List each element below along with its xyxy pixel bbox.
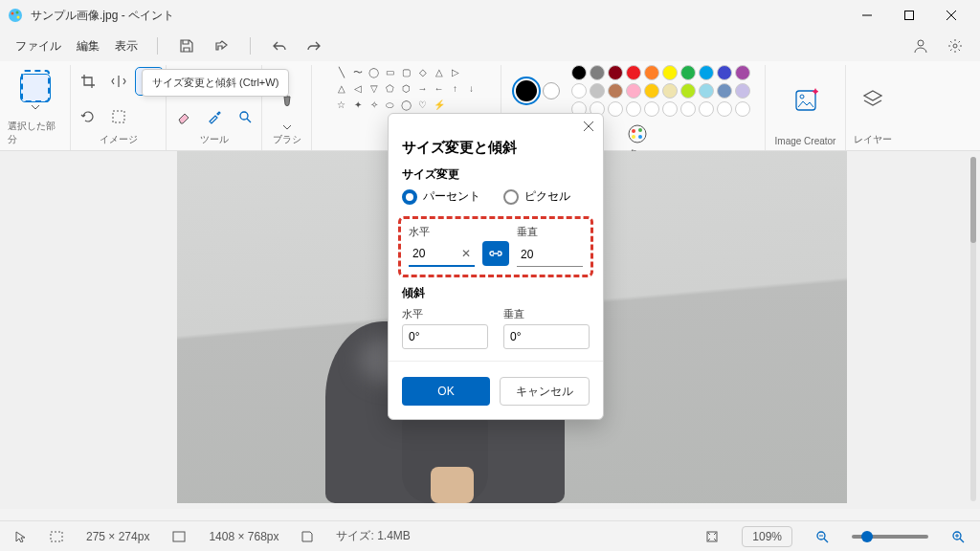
- svg-point-0: [9, 9, 22, 22]
- palette-swatch[interactable]: [699, 101, 714, 117]
- disk-icon: [301, 531, 313, 542]
- group-tools-label: ツール: [200, 133, 229, 150]
- palette-swatch[interactable]: [717, 101, 732, 117]
- menu-view[interactable]: 表示: [115, 38, 138, 55]
- menu-file[interactable]: ファイル: [15, 38, 61, 55]
- svg-rect-28: [51, 532, 62, 541]
- undo-icon[interactable]: [270, 36, 289, 55]
- chevron-down-icon[interactable]: [32, 105, 39, 110]
- palette-swatch[interactable]: [680, 83, 696, 99]
- eyedropper-icon[interactable]: [201, 103, 228, 130]
- svg-line-15: [247, 119, 251, 122]
- resize-vertical-input[interactable]: [517, 242, 583, 267]
- palette-swatch[interactable]: [717, 65, 732, 80]
- rotate-icon[interactable]: [75, 103, 101, 130]
- settings-icon[interactable]: [946, 36, 965, 55]
- svg-text:✦: ✦: [811, 88, 818, 99]
- user-icon[interactable]: [911, 36, 930, 55]
- layers-icon[interactable]: [856, 73, 890, 126]
- svg-rect-29: [173, 532, 185, 541]
- palette-swatch[interactable]: [680, 101, 696, 117]
- close-button[interactable]: [930, 1, 972, 30]
- edit-colors-icon[interactable]: [624, 121, 651, 147]
- palette-swatch[interactable]: [735, 83, 750, 99]
- minimize-button[interactable]: [846, 1, 888, 30]
- vertical-scrollbar[interactable]: [970, 157, 976, 501]
- zoom-slider[interactable]: [852, 535, 928, 539]
- save-icon[interactable]: [177, 36, 196, 55]
- palette-swatch[interactable]: [662, 101, 678, 117]
- dialog-title: サイズ変更と傾斜: [389, 139, 603, 166]
- palette-swatch[interactable]: [717, 83, 732, 99]
- zoom-in-icon[interactable]: [951, 530, 965, 543]
- resize-section-label: サイズ変更: [389, 166, 603, 188]
- palette-swatch[interactable]: [662, 65, 678, 80]
- svg-point-3: [17, 16, 20, 19]
- palette-swatch[interactable]: [626, 65, 641, 80]
- select-tool[interactable]: [21, 75, 50, 101]
- palette-swatch[interactable]: [608, 65, 623, 80]
- radio-percent[interactable]: パーセント: [402, 188, 480, 205]
- palette-swatch[interactable]: [735, 65, 750, 80]
- zoom-out-icon[interactable]: [815, 530, 829, 543]
- palette-swatch[interactable]: [680, 65, 696, 80]
- svg-point-22: [632, 135, 635, 139]
- svg-point-1: [11, 12, 14, 15]
- palette-swatch[interactable]: [626, 83, 641, 99]
- palette-swatch[interactable]: [699, 65, 714, 80]
- skew-vertical-input[interactable]: [503, 324, 590, 349]
- radio-pixel-label: ピクセル: [524, 188, 570, 205]
- fit-icon[interactable]: [705, 530, 719, 543]
- redo-icon[interactable]: [304, 36, 323, 55]
- clear-icon[interactable]: ✕: [461, 247, 471, 260]
- image-creator-icon[interactable]: ✦: [789, 74, 823, 127]
- color-1[interactable]: [516, 80, 537, 101]
- share-icon[interactable]: [212, 36, 231, 55]
- skew-horizontal-input[interactable]: [402, 324, 488, 349]
- palette-swatch[interactable]: [699, 83, 714, 99]
- svg-point-20: [638, 128, 642, 132]
- cancel-button[interactable]: キャンセル: [500, 377, 590, 406]
- radio-percent-label: パーセント: [423, 188, 480, 205]
- zoom-value: 109%: [742, 526, 792, 547]
- aspect-lock-button[interactable]: [482, 241, 509, 266]
- window-title: サンプル画像.jpg - ペイント: [31, 8, 846, 24]
- palette-swatch[interactable]: [644, 65, 659, 80]
- palette-swatch[interactable]: [571, 65, 587, 80]
- color-palette[interactable]: [571, 65, 750, 117]
- palette-swatch[interactable]: [608, 101, 623, 117]
- palette-swatch[interactable]: [735, 101, 750, 117]
- palette-swatch[interactable]: [608, 83, 623, 99]
- svg-line-37: [960, 539, 964, 542]
- palette-swatch[interactable]: [590, 83, 605, 99]
- palette-swatch[interactable]: [571, 83, 587, 99]
- maximize-button[interactable]: [888, 1, 930, 30]
- palette-swatch[interactable]: [626, 101, 641, 117]
- eraser-icon[interactable]: [170, 103, 197, 130]
- palette-swatch[interactable]: [644, 101, 659, 117]
- svg-point-21: [638, 135, 642, 139]
- chevron-down-icon[interactable]: [283, 125, 291, 130]
- magnifier-icon[interactable]: [232, 103, 258, 130]
- title-bar: サンプル画像.jpg - ペイント: [0, 0, 980, 31]
- cursor-icon: [15, 531, 27, 542]
- crop-icon[interactable]: [75, 68, 101, 95]
- palette-swatch[interactable]: [662, 83, 678, 99]
- flip-icon[interactable]: [105, 68, 132, 95]
- ok-button[interactable]: OK: [402, 377, 490, 406]
- menu-edit[interactable]: 編集: [77, 38, 100, 55]
- shapes-gallery[interactable]: ╲〜◯▭▢◇△▷ △◁▽⬠⬡→←↑↓ ☆✦✧⬭◯♡⚡: [334, 65, 479, 112]
- svg-point-9: [953, 44, 957, 48]
- group-image-label: イメージ: [100, 133, 138, 150]
- palette-swatch[interactable]: [644, 83, 659, 99]
- resize-skew-dialog: サイズ変更と傾斜 サイズ変更 パーセント ピクセル 水平 ✕ 垂直 傾斜 水平 …: [388, 113, 604, 420]
- selection-options-icon[interactable]: [105, 103, 132, 130]
- palette-swatch[interactable]: [590, 65, 605, 80]
- resize-tooltip: サイズ変更と傾斜 (Ctrl+W): [142, 69, 289, 97]
- filesize-label: サイズ:: [336, 529, 373, 542]
- skew-v-label: 垂直: [503, 307, 590, 321]
- color-2[interactable]: [543, 82, 560, 99]
- filesize-value: 1.4MB: [377, 529, 411, 542]
- dialog-close-button[interactable]: [580, 118, 597, 135]
- radio-pixel[interactable]: ピクセル: [503, 188, 570, 205]
